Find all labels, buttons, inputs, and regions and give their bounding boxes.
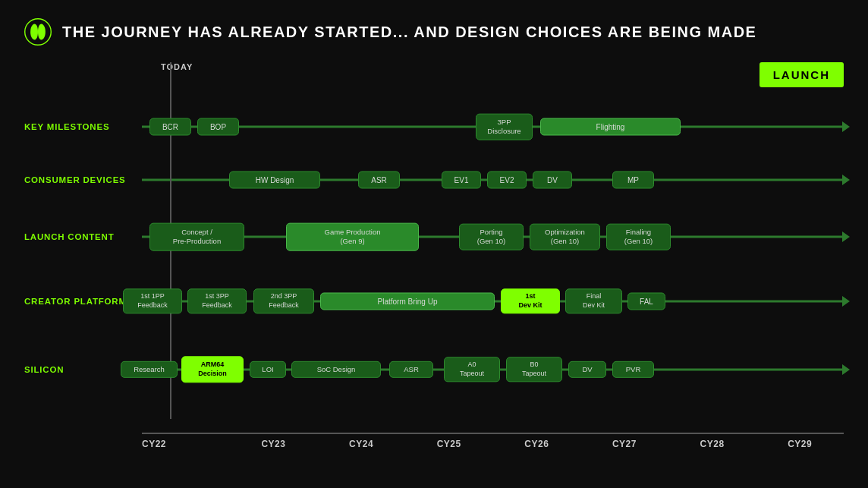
milestone-loi: LOI <box>250 361 286 378</box>
milestone-game-production: Game Production(Gen 9) <box>286 223 419 251</box>
row-arrow <box>842 175 850 185</box>
milestone-1pp-feedback: 1st 1PPFeedback <box>123 288 182 313</box>
milestone-flighting: Flighting <box>540 118 681 136</box>
milestone-1st-3pp-feedback: 1st 3PPFeedback <box>187 288 247 313</box>
row-arrow <box>842 121 850 132</box>
milestone-pvr: PVR <box>612 361 654 378</box>
milestone-fal: FAL <box>627 293 665 310</box>
milestone-asr-consumer: ASR <box>358 172 400 189</box>
milestone-ev2: EV2 <box>487 172 527 189</box>
row-creator-platform: CREATOR PLATFORM 1st 1PPFeedback 1st 3PP… <box>24 279 844 324</box>
milestone-b0-tapeout: B0Tapeout <box>506 357 562 382</box>
year-cy26: CY26 <box>493 434 581 449</box>
year-cy23: CY23 <box>230 434 318 449</box>
milestone-ev1: EV1 <box>442 172 481 189</box>
year-cy25: CY25 <box>405 434 493 449</box>
milestone-platform-bring-up: Platform Bring Up <box>320 293 495 310</box>
milestone-final-dev-kit: FinalDev Kit <box>565 288 622 313</box>
row-content-key-milestones: BCR BOP 3PPDisclosure Flighting <box>142 108 844 146</box>
milestone-finaling: Finaling(Gen 10) <box>606 224 671 250</box>
milestone-3pp: 3PPDisclosure <box>476 114 533 140</box>
milestone-asr-silicon: ASR <box>389 361 433 378</box>
row-key-milestones: KEY MILESTONES BCR BOP 3PPDisclosure Fli… <box>24 108 844 146</box>
row-consumer-devices: CONSUMER DEVICES HW Design ASR EV1 EV2 D… <box>24 161 844 199</box>
header: THE JOURNEY HAS ALREADY STARTED... AND D… <box>24 18 844 46</box>
milestone-a0-tapeout: A0Tapeout <box>444 357 500 382</box>
chart-area: TODAY LAUNCH KEY MILESTONES BCR BOP 3PPD… <box>24 62 844 449</box>
milestone-bcr: BCR <box>149 118 191 136</box>
milestone-optimization: Optimization(Gen 10) <box>530 224 600 250</box>
row-content-silicon: Research ARM64Decision LOI SoC Design AS… <box>142 351 844 389</box>
milestone-soc-design: SoC Design <box>291 361 381 378</box>
row-content-launch-content: Concept /Pre-Production Game Production(… <box>142 218 844 256</box>
milestone-arm64: ARM64Decision <box>181 356 244 383</box>
row-arrow <box>842 231 850 242</box>
year-cy28: CY28 <box>668 434 756 449</box>
header-title: THE JOURNEY HAS ALREADY STARTED... AND D… <box>62 24 756 41</box>
year-cy24: CY24 <box>317 434 405 449</box>
row-arrow <box>842 296 850 307</box>
slide: THE JOURNEY HAS ALREADY STARTED... AND D… <box>0 0 868 488</box>
milestone-research: Research <box>121 361 178 378</box>
row-content-creator-platform: 1st 1PPFeedback 1st 3PPFeedback 2nd 3PPF… <box>142 282 844 320</box>
row-label-launch-content: LAUNCH CONTENT <box>24 232 142 241</box>
row-launch-content: LAUNCH CONTENT Concept /Pre-Production G… <box>24 214 844 260</box>
today-label: TODAY <box>161 62 193 71</box>
row-label-key-milestones: KEY MILESTONES <box>24 122 142 131</box>
milestone-1st-dev-kit: 1stDev Kit <box>501 288 560 313</box>
xbox-icon <box>24 18 52 46</box>
milestone-hw-design: HW Design <box>229 172 320 189</box>
row-arrow <box>842 364 850 375</box>
milestone-bop: BOP <box>197 118 239 136</box>
milestone-porting: Porting(Gen 10) <box>459 224 524 250</box>
year-cy29: CY29 <box>756 434 844 449</box>
milestone-dv-silicon: DV <box>568 361 606 378</box>
milestone-concept: Concept /Pre-Production <box>149 223 244 251</box>
launch-button[interactable]: LAUNCH <box>760 62 844 87</box>
year-axis: CY22 CY23 CY24 CY25 CY26 CY27 CY28 CY29 <box>142 433 844 449</box>
milestone-mp: MP <box>612 172 654 189</box>
milestone-dv-consumer: DV <box>533 172 572 189</box>
row-content-consumer-devices: HW Design ASR EV1 EV2 DV MP <box>142 161 844 199</box>
milestone-2nd-3pp-feedback: 2nd 3PPFeedback <box>253 288 314 313</box>
year-cy27: CY27 <box>580 434 668 449</box>
row-label-consumer-devices: CONSUMER DEVICES <box>24 175 142 184</box>
row-silicon: SILICON Research ARM64Decision LOI SoC D… <box>24 347 844 392</box>
year-cy22: CY22 <box>142 434 230 449</box>
